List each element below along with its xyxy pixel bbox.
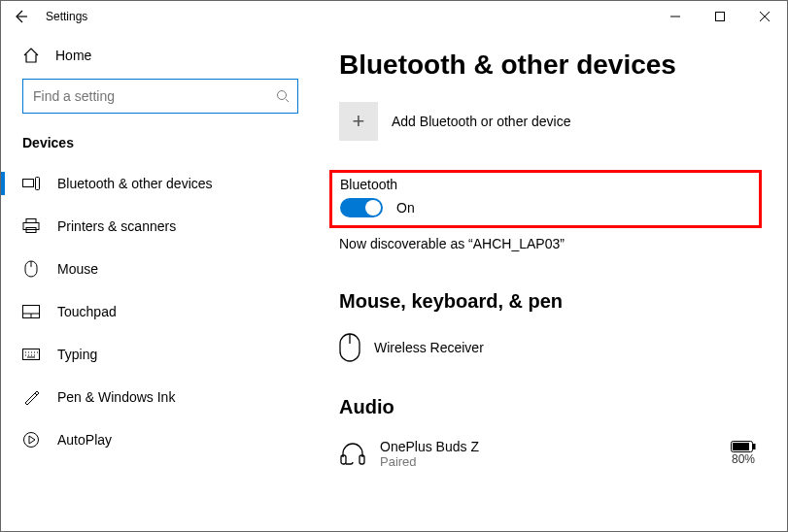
sidebar-item-label: Printers & scanners xyxy=(57,218,176,234)
battery-percent: 80% xyxy=(732,452,755,466)
svg-point-10 xyxy=(24,433,39,448)
home-icon xyxy=(22,47,40,64)
section-mkp: Mouse, keyboard, & pen xyxy=(339,290,762,313)
sidebar-item-mouse[interactable]: Mouse xyxy=(1,248,314,290)
bluetooth-toggle[interactable] xyxy=(340,198,383,217)
plus-icon: + xyxy=(353,109,365,134)
sidebar-item-printers[interactable]: Printers & scanners xyxy=(1,205,314,248)
svg-rect-15 xyxy=(753,444,756,449)
maximize-icon xyxy=(714,11,726,22)
bluetooth-label: Bluetooth xyxy=(340,177,751,192)
mouse-icon xyxy=(22,260,40,278)
battery-icon xyxy=(731,441,756,452)
home-label: Home xyxy=(55,48,91,63)
category-header: Devices xyxy=(1,121,314,162)
printer-icon xyxy=(22,217,40,235)
sidebar-item-pen[interactable]: Pen & Windows Ink xyxy=(1,376,314,418)
sidebar-item-label: Touchpad xyxy=(57,304,117,319)
sidebar-item-label: AutoPlay xyxy=(57,432,112,448)
maximize-button[interactable] xyxy=(698,1,742,32)
sidebar-item-label: Mouse xyxy=(57,261,98,277)
mouse-icon xyxy=(339,333,360,362)
bluetooth-toggle-row: On xyxy=(340,198,751,217)
device-oneplus-buds[interactable]: OnePlus Buds Z Paired 80% xyxy=(339,430,762,477)
back-button[interactable] xyxy=(1,1,40,32)
page-title: Bluetooth & other devices xyxy=(339,50,762,81)
sidebar: Home Devices Bluetooth & other devices xyxy=(1,32,314,531)
search-box[interactable] xyxy=(22,79,298,114)
sidebar-item-label: Pen & Windows Ink xyxy=(57,389,175,405)
sidebar-item-typing[interactable]: Typing xyxy=(1,333,314,376)
keyboard-icon xyxy=(22,346,40,363)
sidebar-item-touchpad[interactable]: Touchpad xyxy=(1,290,314,333)
add-device-row[interactable]: + Add Bluetooth or other device xyxy=(339,102,762,141)
svg-rect-2 xyxy=(23,180,34,187)
svg-rect-4 xyxy=(26,219,36,223)
svg-rect-16 xyxy=(733,443,749,450)
sidebar-item-bluetooth[interactable]: Bluetooth & other devices xyxy=(1,162,314,205)
svg-point-1 xyxy=(278,91,287,100)
search-input[interactable] xyxy=(31,87,276,105)
svg-rect-3 xyxy=(36,178,40,190)
bluetooth-state: On xyxy=(396,200,415,216)
pen-icon xyxy=(22,388,40,406)
device-status: Paired xyxy=(380,454,479,469)
svg-rect-9 xyxy=(23,349,40,360)
svg-rect-0 xyxy=(716,13,725,21)
close-button[interactable] xyxy=(742,1,787,32)
sidebar-item-autoplay[interactable]: AutoPlay xyxy=(1,418,314,461)
battery-indicator: 80% xyxy=(731,441,762,466)
add-label: Add Bluetooth or other device xyxy=(392,114,570,129)
section-audio: Audio xyxy=(339,396,762,418)
search-icon xyxy=(276,89,290,103)
close-icon xyxy=(759,11,771,22)
svg-rect-5 xyxy=(23,223,39,230)
touchpad-icon xyxy=(22,303,40,320)
settings-window: Settings Home xyxy=(0,0,788,532)
add-button[interactable]: + xyxy=(339,102,378,141)
titlebar: Settings xyxy=(1,1,787,32)
devices-icon xyxy=(22,175,40,192)
discoverable-text: Now discoverable as “AHCH_LAP03” xyxy=(339,236,762,251)
main-panel: Bluetooth & other devices + Add Bluetoot… xyxy=(314,32,787,531)
headphones-icon xyxy=(339,440,366,467)
sidebar-item-label: Typing xyxy=(57,347,97,362)
bluetooth-highlight: Bluetooth On xyxy=(329,170,762,228)
toggle-knob xyxy=(365,200,381,216)
search-wrap xyxy=(22,79,298,114)
sidebar-item-label: Bluetooth & other devices xyxy=(57,176,213,191)
minimize-button[interactable] xyxy=(653,1,698,32)
minimize-icon xyxy=(669,11,681,22)
device-name: OnePlus Buds Z xyxy=(380,439,479,454)
device-wireless-receiver[interactable]: Wireless Receiver xyxy=(339,324,762,371)
autoplay-icon xyxy=(22,431,40,449)
arrow-left-icon xyxy=(13,9,28,24)
home-nav[interactable]: Home xyxy=(1,36,314,75)
window-controls xyxy=(653,1,787,32)
device-name: Wireless Receiver xyxy=(374,340,484,355)
window-title: Settings xyxy=(40,10,87,23)
